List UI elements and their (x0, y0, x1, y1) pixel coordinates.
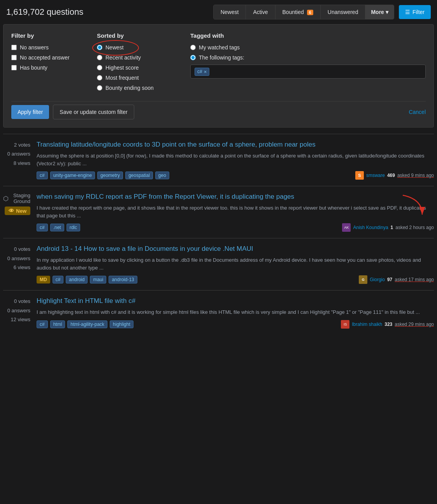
tag-html-4[interactable]: html (50, 320, 65, 328)
tag-geo-1[interactable]: geo (155, 172, 169, 179)
question-excerpt-1: Assuming the sphere is at position [0,0]… (37, 152, 434, 167)
staging-icon: ⬡ (3, 195, 9, 202)
questions-list: 2 votes 0 answers 8 views Translating la… (3, 134, 434, 335)
avatar-1: S (355, 171, 364, 180)
staging-username[interactable]: Anish Koundinya (353, 225, 388, 230)
sort-newest-label: Newest (105, 44, 124, 51)
tab-bountied[interactable]: Bountied 6 (276, 5, 321, 19)
more-label: More (371, 9, 384, 15)
no-accepted-label: No accepted answer (20, 54, 70, 61)
tab-active[interactable]: Active (246, 5, 275, 19)
staging-user-info: AK Anish Koundinya 1 asked 2 hours ago (342, 223, 434, 232)
asked-time-3: asked 17 mins ago (395, 277, 434, 282)
question-excerpt-3: In my application I would like to save b… (37, 256, 434, 271)
tag-geometry-1[interactable]: geometry (97, 172, 123, 179)
question-stats-4: 0 votes 0 answers 12 views (3, 297, 30, 329)
votes-1: 2 votes (3, 140, 30, 149)
tag-csharp-4[interactable]: c# (37, 320, 48, 328)
tag-android-3[interactable]: android (66, 276, 88, 284)
user-info-1: S smsware 469 asked 9 mins ago (355, 171, 434, 180)
tab-newest[interactable]: Newest (214, 5, 246, 19)
eye-icon: 👁 (9, 208, 14, 214)
tag-chip-remove[interactable]: × (204, 69, 207, 75)
tag-android13-3[interactable]: android-13 (109, 276, 137, 284)
sort-recent[interactable]: Recent activity (97, 54, 190, 61)
filter-no-accepted[interactable]: No accepted answer (11, 54, 97, 61)
question-body-3: Android 13 - 14 How to save a file in Do… (37, 245, 434, 284)
sort-highest-label: Highest score (105, 65, 139, 71)
answers-1: 0 answers (3, 149, 30, 158)
tag-watched-radio[interactable] (190, 45, 196, 50)
username-3[interactable]: Giorgio (370, 277, 385, 282)
no-accepted-checkbox[interactable] (11, 55, 17, 60)
sort-recent-radio[interactable] (97, 55, 102, 60)
save-filter-button[interactable]: Save or update custom filter (53, 105, 134, 119)
user-rep-1: 469 (387, 173, 395, 178)
tag-chip-csharp: c# × (195, 68, 209, 76)
tag-csharp-3[interactable]: c# (53, 276, 64, 284)
tag-geospatial-1[interactable]: geospatial (125, 172, 153, 179)
filter-no-answers[interactable]: No answers (11, 44, 97, 51)
tab-unanswered[interactable]: Unanswered (321, 5, 366, 19)
views-3: 6 views (3, 263, 30, 272)
avatar-3: G (359, 275, 367, 284)
avatar-4: IS (341, 320, 349, 329)
tag-maui-3[interactable]: maui (90, 276, 106, 284)
question-title-3[interactable]: Android 13 - 14 How to save a file in Do… (37, 245, 434, 253)
username-1[interactable]: smsware (366, 173, 385, 178)
sorted-by-column: Sorted by Newest Recent activity Highest… (97, 32, 190, 95)
filter-grid: Filter by No answers No accepted answer … (11, 32, 426, 95)
tags-row-4: c# html html-agility-pack highlight IS I… (37, 320, 434, 329)
sort-newest-radio[interactable] (97, 45, 102, 50)
cancel-button[interactable]: Cancel (409, 105, 426, 119)
apply-filter-button[interactable]: Apply filter (11, 105, 49, 119)
staging-ground-item: ⬡ Staging Ground 👁 New when saving my RD… (3, 186, 434, 238)
filter-button[interactable]: ☰ Filter (399, 5, 431, 19)
sort-frequent[interactable]: Most frequent (97, 75, 190, 81)
no-answers-checkbox[interactable] (11, 45, 17, 50)
staging-ground-label: ⬡ Staging Ground 👁 New (3, 192, 30, 232)
tag-chip-label: c# (197, 69, 202, 74)
question-title-1[interactable]: Translating latitude/longitude coords to… (37, 140, 434, 149)
user-info-3: G Giorgio 97 asked 17 mins ago (359, 275, 434, 284)
tab-more[interactable]: More ▾ (365, 5, 393, 19)
tag-highlight-4[interactable]: highlight (110, 320, 133, 328)
tag-csharp-sg[interactable]: c# (37, 224, 48, 231)
votes-4: 0 votes (3, 297, 30, 306)
nav-tabs: Newest Active Bountied 6 Unanswered More… (213, 5, 394, 19)
username-4[interactable]: Ibrahim shaikh (352, 322, 382, 327)
asked-time-1: asked 9 mins ago (397, 173, 434, 178)
tag-input-box[interactable]: c# × (190, 65, 426, 79)
staging-text: Staging Ground (10, 192, 30, 204)
sorted-by-title: Sorted by (97, 32, 190, 39)
views-1: 8 views (3, 159, 30, 168)
tag-net-sg[interactable]: .net (50, 224, 64, 231)
sort-frequent-radio[interactable] (97, 75, 102, 80)
question-item-3: 0 votes 0 answers 6 views Android 13 - 1… (3, 238, 434, 290)
filter-by-title: Filter by (11, 32, 97, 39)
tag-csharp-1[interactable]: c# (37, 172, 48, 179)
question-title-4[interactable]: Highlight Text in HTML file with c# (37, 297, 434, 305)
staging-question-title[interactable]: when saving my RDLC report as PDF from t… (37, 192, 434, 201)
filter-has-bounty[interactable]: Has bounty (11, 65, 97, 71)
staging-avatar: AK (342, 223, 351, 232)
tag-following-radio[interactable] (190, 55, 196, 60)
tag-agility-4[interactable]: html-agility-pack (67, 320, 107, 328)
tag-watched[interactable]: My watched tags (190, 44, 426, 51)
sort-highest-radio[interactable] (97, 65, 102, 70)
sort-bounty[interactable]: Bounty ending soon (97, 85, 190, 91)
tag-following[interactable]: The following tags: (190, 54, 426, 61)
tag-unity-1[interactable]: unity-game-engine (50, 172, 95, 179)
staging-asked-time: asked 2 hours ago (395, 225, 434, 230)
views-4: 12 views (3, 315, 30, 324)
sort-bounty-radio[interactable] (97, 85, 102, 91)
question-stats-1: 2 votes 0 answers 8 views (3, 140, 30, 180)
filter-button-label: Filter (412, 9, 425, 15)
sort-highest[interactable]: Highest score (97, 65, 190, 71)
has-bounty-checkbox[interactable] (11, 65, 17, 70)
question-body-4: Highlight Text in HTML file with c# I am… (37, 297, 434, 329)
tag-rdlc-sg[interactable]: rdlc (67, 224, 80, 231)
tag-watched-label: My watched tags (199, 44, 240, 51)
sort-newest[interactable]: Newest (97, 44, 190, 51)
sort-bounty-label: Bounty ending soon (105, 85, 154, 91)
